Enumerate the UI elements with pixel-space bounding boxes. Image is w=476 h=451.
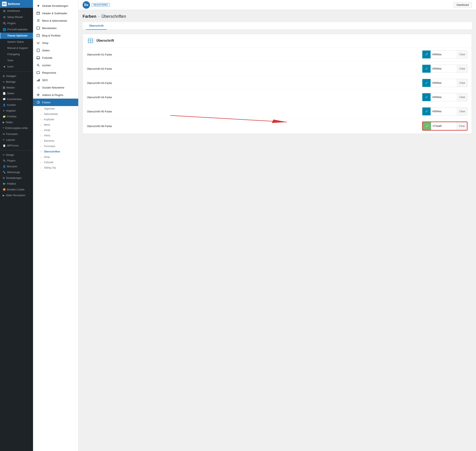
submenu-menue[interactable]: Menü: [33, 122, 78, 127]
admin-menu-item-formulare[interactable]: ✉ Formulare: [0, 131, 33, 137]
dashboard-button[interactable]: Dashboard: [453, 2, 472, 8]
sidebar-item-soziale[interactable]: ◁ Soziale Netzwerke: [33, 84, 78, 91]
admin-menu-item-theme-optionen[interactable]: Theme Optionen: [0, 33, 33, 39]
admin-menu-item-wpforms[interactable]: 📋 WPForms: [0, 143, 33, 149]
admin-menu: Be Betheme ⊞ Dashboard ⚙ Setup Wizard 🔌 …: [0, 0, 33, 451]
admin-menu-item-einstellungen[interactable]: ⚙ Einstellungen: [0, 175, 33, 181]
submenu-fuszeile[interactable]: Fußzeile: [33, 160, 78, 165]
admin-menu-item-tools[interactable]: Tools: [0, 57, 33, 63]
svg-rect-2: [37, 27, 40, 29]
sidebar-item-globale[interactable]: ★ Globale Einstellungen: [33, 2, 78, 9]
admin-menu-item-beitraege[interactable]: ✏ Beiträge: [0, 79, 33, 85]
shop-icon: [36, 41, 40, 45]
admin-menu-item-icons[interactable]: ★ Icons: [0, 63, 33, 70]
clear-btn-h6[interactable]: Clear: [457, 122, 467, 130]
sidebar-item-menue[interactable]: ☰ Menü & Aktionsleiste: [33, 17, 78, 24]
plugins-icon: 🔌: [3, 22, 6, 25]
submenu-sliding-top[interactable]: Sliding Top: [33, 165, 78, 170]
color-label-h3: Überschrift H3-Farbe: [87, 81, 418, 85]
sidebar-item-fuszeile[interactable]: Fußzeile: [33, 54, 78, 62]
admin-menu-item-medien[interactable]: 🖼 Medien: [0, 85, 33, 91]
swatch-icon-h4: [425, 95, 428, 99]
color-swatch-h5[interactable]: [422, 107, 431, 115]
fuszeile-icon: [36, 56, 40, 60]
breadcrumb: Farben » Überschriften: [83, 14, 472, 19]
sidebar-item-seo[interactable]: SEO: [33, 76, 78, 84]
svg-rect-13: [37, 81, 38, 81]
search-icon: [36, 63, 40, 67]
admin-menu-item-werkzeuge[interactable]: 🔧 Werkzeuge: [0, 169, 33, 175]
admin-menu-item-portfolio[interactable]: 📁 Portfolio: [0, 114, 33, 119]
swatch-icon-h5: [425, 110, 428, 113]
sidebar-item-addons[interactable]: Addons & Plugins: [33, 91, 78, 99]
admin-menu-item-filebird[interactable]: 🐦 FileBird: [0, 181, 33, 187]
dot: [90, 42, 91, 43]
submenu-inhalt[interactable]: Inhalt: [33, 127, 78, 133]
admin-menu-item-vorlagen[interactable]: ⊞ Vorlagen: [0, 73, 33, 79]
admin-menu-item-kunden[interactable]: 👤 Kunden: [0, 102, 33, 108]
sidebar-item-header[interactable]: Header & Subheader: [33, 9, 78, 17]
admin-menu-item-benutzer[interactable]: 👤 Benutzer: [0, 164, 33, 169]
admin-menu-item-angebot[interactable]: ✦ Angebot: [0, 108, 33, 114]
admin-menu-item-erfahrungsberichte[interactable]: ❝ Erfahrungsbe-richte: [0, 125, 33, 131]
admin-menu-item-slider-revolution[interactable]: ▶ Slider Revolution: [0, 193, 33, 198]
clear-btn-h3[interactable]: Clear: [457, 79, 467, 87]
soziale-icon: ◁: [36, 86, 40, 89]
svg-point-16: [38, 94, 39, 95]
admin-menu-item-prebuilt[interactable]: 🌐 Pre-built websites: [0, 26, 33, 33]
submenu-aktionsleiste[interactable]: Aktionsleiste: [33, 111, 78, 117]
admin-menu-item-slides[interactable]: ▶ Slides: [0, 119, 33, 125]
svg-line-11: [38, 66, 39, 66]
submenu-alerts[interactable]: Alerts: [33, 133, 78, 138]
color-swatch-inner-h5: [424, 109, 429, 114]
admin-menu-item-manual-support[interactable]: Manual & Support: [0, 45, 33, 51]
swatch-icon-h3: [425, 81, 428, 85]
sidebar-item-blog[interactable]: Blog & Portfolio: [33, 32, 78, 39]
color-swatch-h4[interactable]: [422, 93, 431, 101]
color-swatch-h3[interactable]: [422, 79, 431, 87]
admin-menu-item-seiten[interactable]: 📄 Seiten: [0, 91, 33, 96]
admin-menu-item-design[interactable]: ✏ Design: [0, 152, 33, 158]
admin-menu-item-setup[interactable]: ⚙ Setup Wizard: [0, 14, 33, 20]
clear-btn-h5[interactable]: Clear: [457, 107, 467, 115]
admin-menu-item-changelog[interactable]: Changelog: [0, 51, 33, 57]
sidebar-item-menueisten[interactable]: Menüleisten: [33, 24, 78, 32]
color-swatch-h1[interactable]: [422, 50, 431, 58]
menuleisten-icon: [36, 26, 40, 30]
sidebar-item-responsive[interactable]: Responsive: [33, 69, 78, 76]
status-icon: [3, 40, 6, 44]
color-value-h5: #0084ac: [431, 110, 457, 113]
blog-icon: [36, 34, 40, 37]
submenu-elements[interactable]: Elements: [33, 138, 78, 144]
sidebar-item-shop[interactable]: Shop: [33, 39, 78, 47]
be-logo-large: Be REGISTERED: [83, 1, 110, 9]
submenu-allgemein[interactable]: Allgemein: [33, 106, 78, 111]
admin-menu-item-system-status[interactable]: System Status: [0, 39, 33, 45]
svg-rect-14: [38, 80, 38, 81]
admin-menu-item-dashboard[interactable]: ⊞ Dashboard: [0, 8, 33, 14]
sidebar-item-suchen[interactable]: suchen: [33, 62, 78, 69]
sidebar-item-seiten[interactable]: Seiten: [33, 47, 78, 54]
color-swatch-h2[interactable]: [422, 65, 431, 73]
tab-ueberschrift[interactable]: Überschrift: [86, 22, 107, 30]
admin-menu-item-kommentare[interactable]: 💬 Kommentare: [0, 96, 33, 102]
tools-icon: [3, 59, 6, 62]
admin-menu-item-borlabs[interactable]: 🍪 Borlabs Cookie: [0, 187, 33, 193]
admin-menu-item-plugins2[interactable]: 🔌 Plugins: [0, 158, 33, 164]
sidebar-item-farben[interactable]: Farben: [33, 99, 78, 106]
admin-menu-item-layouts[interactable]: ✏ Layouts: [0, 137, 33, 143]
clear-btn-h1[interactable]: Clear: [457, 50, 467, 58]
color-value-h2: #0084ac: [431, 67, 457, 70]
svg-rect-3: [37, 34, 40, 37]
be-logo-circle: Be: [83, 1, 90, 9]
submenu-kopfzeile[interactable]: Kopfzeile: [33, 117, 78, 122]
color-row-h5: Überschrift H5-Farbe #0084ac Clear: [83, 104, 472, 119]
color-row-h2: Überschrift H2-Farbe #0084ac Clear: [83, 62, 472, 76]
admin-menu-item-plugins[interactable]: 🔌 Plugins: [0, 20, 33, 26]
clear-btn-h4[interactable]: Clear: [457, 93, 467, 101]
color-swatch-h6[interactable]: [423, 122, 431, 130]
submenu-formulare[interactable]: Formulare: [33, 144, 78, 149]
submenu-ueberschriften[interactable]: Überschriften: [33, 149, 78, 154]
clear-btn-h2[interactable]: Clear: [457, 65, 467, 73]
submenu-shop[interactable]: Shop: [33, 154, 78, 160]
